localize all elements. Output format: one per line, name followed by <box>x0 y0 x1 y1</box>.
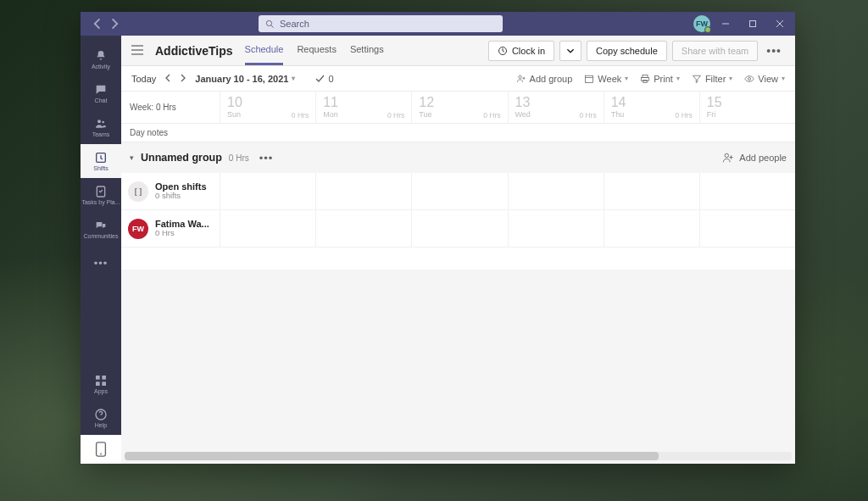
shift-cell[interactable] <box>604 173 699 209</box>
calendar-icon <box>584 74 594 84</box>
shift-cell[interactable] <box>315 210 411 247</box>
header-more-button[interactable]: ••• <box>763 44 785 58</box>
clock-in-dropdown[interactable] <box>559 41 581 61</box>
scrollbar-thumb[interactable] <box>125 452 659 460</box>
hamburger-button[interactable] <box>131 43 143 58</box>
prev-week-button[interactable] <box>164 74 171 84</box>
group-more-button[interactable]: ••• <box>259 152 274 164</box>
shift-cell[interactable] <box>604 210 699 247</box>
schedule-row-open-shifts: [ ] Open shifts 0 shifts <box>121 173 795 210</box>
hamburger-icon <box>131 45 143 55</box>
tab-requests[interactable]: Requests <box>297 36 336 65</box>
day-header: 11 Mon 0 Hrs <box>315 92 411 123</box>
week-view-button[interactable]: Week ▾ <box>584 74 628 84</box>
rail-tasks[interactable]: Tasks by Pla... <box>81 178 121 212</box>
rail-teams[interactable]: Teams <box>81 110 121 144</box>
app-rail: Activity Chat Teams Shifts Tasks by Pla.… <box>81 36 121 464</box>
day-number: 13 <box>515 95 597 110</box>
rail-activity[interactable]: Activity <box>81 42 121 76</box>
shift-cell[interactable] <box>411 210 507 247</box>
view-button[interactable]: View ▾ <box>744 74 785 84</box>
page-header: AddictiveTips Schedule Requests Settings… <box>121 36 795 66</box>
horizontal-scrollbar[interactable] <box>125 452 792 460</box>
today-button[interactable]: Today <box>131 74 156 84</box>
rail-more[interactable]: ••• <box>81 246 121 280</box>
back-button[interactable] <box>92 18 104 30</box>
tasks-icon <box>94 185 108 198</box>
clock-in-button[interactable]: Clock in <box>488 41 554 61</box>
shift-cell[interactable] <box>220 210 315 247</box>
shift-cell[interactable] <box>699 173 795 209</box>
search-placeholder: Search <box>280 19 309 29</box>
apps-icon <box>94 374 108 387</box>
svg-point-16 <box>100 454 102 455</box>
add-people-icon <box>722 152 734 164</box>
schedule-row-person: FW Fatima Wa... 0 Hrs <box>121 210 795 248</box>
next-week-button[interactable] <box>180 74 186 84</box>
day-number: 14 <box>611 95 693 110</box>
rail-chat[interactable]: Chat <box>81 76 121 110</box>
rail-label: Communities <box>84 233 119 239</box>
shift-cell[interactable] <box>220 173 315 209</box>
group-collapse-toggle[interactable]: ▾ <box>130 153 134 162</box>
week-label: Week <box>598 74 621 84</box>
days-header-row: Week: 0 Hrs 10 Sun 0 Hrs 11 Mon 0 Hrs 12… <box>121 92 795 124</box>
day-hours: 0 Hrs <box>483 111 500 120</box>
add-people-button[interactable]: Add people <box>722 152 787 164</box>
day-header: 12 Tue 0 Hrs <box>411 92 507 123</box>
day-notes-row: Day notes <box>121 124 795 142</box>
day-notes-label: Day notes <box>121 124 220 142</box>
forward-button[interactable] <box>108 18 120 30</box>
rail-label: Shifts <box>93 165 108 171</box>
search-box[interactable]: Search <box>259 15 503 32</box>
search-icon <box>265 19 275 29</box>
shift-cell[interactable] <box>315 173 411 209</box>
tab-settings[interactable]: Settings <box>350 36 384 65</box>
rail-label: Chat <box>95 97 108 103</box>
svg-rect-10 <box>96 376 100 380</box>
app-window: Search FW Activity Chat Teams <box>81 12 795 464</box>
approval-number: 0 <box>328 74 333 84</box>
date-range-picker[interactable]: January 10 - 16, 2021 ▾ <box>195 74 295 84</box>
main-pane: AddictiveTips Schedule Requests Settings… <box>121 36 795 464</box>
rail-communities[interactable]: Communities <box>81 212 121 246</box>
day-number: 11 <box>323 95 404 110</box>
rail-apps[interactable]: Apps <box>81 367 121 401</box>
day-header: 15 Fri <box>699 92 795 123</box>
rail-device[interactable] <box>81 435 121 464</box>
row-subtitle: 0 shifts <box>155 192 207 201</box>
week-summary: Week: 0 Hrs <box>121 92 220 123</box>
teams-icon <box>94 117 108 131</box>
shift-cell[interactable] <box>508 210 604 247</box>
communities-icon <box>94 219 108 232</box>
filter-label: Filter <box>705 74 726 84</box>
svg-rect-3 <box>750 21 756 27</box>
shift-cell[interactable] <box>508 173 604 209</box>
svg-rect-11 <box>102 376 106 380</box>
rail-shifts[interactable]: Shifts <box>81 144 121 178</box>
tab-schedule[interactable]: Schedule <box>245 36 284 65</box>
maximize-button[interactable] <box>741 12 765 36</box>
view-label: View <box>758 74 778 84</box>
device-icon <box>95 442 107 457</box>
shift-cell[interactable] <box>699 210 795 247</box>
filter-icon <box>692 74 702 84</box>
print-button[interactable]: Print ▾ <box>640 74 680 84</box>
rail-help[interactable]: Help <box>81 401 121 435</box>
copy-schedule-button[interactable]: Copy schedule <box>587 41 667 61</box>
add-group-label: Add group <box>530 74 573 84</box>
open-shift-glyph: [ ] <box>135 187 142 196</box>
chat-icon <box>94 83 108 97</box>
add-group-button[interactable]: Add group <box>516 74 573 84</box>
shifts-icon <box>94 151 108 164</box>
shift-cell[interactable] <box>411 173 507 209</box>
print-label: Print <box>654 74 673 84</box>
svg-point-28 <box>725 153 728 157</box>
close-button[interactable] <box>768 12 792 36</box>
approval-count[interactable]: 0 <box>315 74 333 84</box>
minimize-button[interactable] <box>714 12 737 36</box>
blank-row <box>121 248 795 270</box>
svg-rect-13 <box>102 381 106 386</box>
profile-avatar[interactable]: FW <box>693 15 710 32</box>
filter-button[interactable]: Filter ▾ <box>692 74 732 84</box>
